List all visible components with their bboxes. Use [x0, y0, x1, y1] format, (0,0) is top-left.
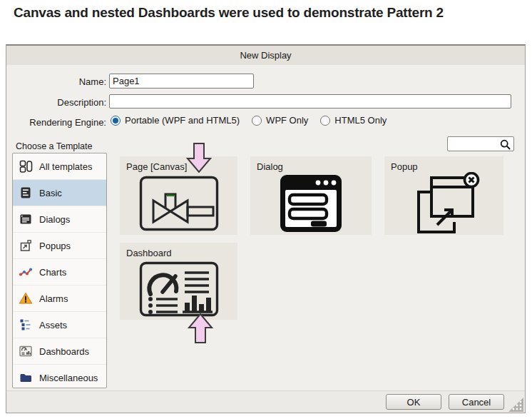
- choose-template-label: Choose a Template: [16, 141, 92, 151]
- popups-window-icon: [19, 238, 33, 253]
- screenshot-stage: Canvas and nested Dashboards were used t…: [0, 0, 532, 419]
- radio-label: Portable (WPF and HTML5): [125, 115, 240, 126]
- popup-window-icon: [409, 172, 480, 235]
- charts-line-icon: [19, 265, 33, 279]
- radio-unselected-icon: [252, 116, 262, 126]
- pink-down-arrow-annotation: [186, 143, 212, 173]
- search-icon: [499, 138, 511, 151]
- sidebar-item-label: Assets: [39, 320, 67, 330]
- cancel-button[interactable]: Cancel: [449, 394, 504, 410]
- dialog-window-icon: [278, 173, 344, 233]
- rendering-engine-radiogroup: Portable (WPF and HTML5) WPF Only HTML5 …: [111, 115, 387, 126]
- page-title: Canvas and nested Dashboards were used t…: [14, 5, 444, 21]
- sidebar-item-popups[interactable]: Popups: [13, 233, 106, 259]
- sidebar-item-dialogs[interactable]: Dialogs: [13, 206, 106, 233]
- sidebar-item-all-templates[interactable]: All templates: [13, 153, 106, 180]
- sidebar-item-basic[interactable]: Basic: [13, 180, 106, 206]
- radio-wpf-only[interactable]: WPF Only: [252, 115, 308, 126]
- sidebar-item-miscellaneous[interactable]: Miscellaneous: [13, 365, 106, 388]
- name-label: Name:: [6, 76, 106, 87]
- sidebar-item-charts[interactable]: Charts: [13, 259, 106, 286]
- tile-label: Dialog: [257, 161, 283, 172]
- sidebar-item-label: Dialogs: [39, 214, 70, 225]
- radio-selected-icon: [111, 116, 121, 126]
- template-tile-page-canvas[interactable]: Page [Canvas]: [120, 156, 237, 235]
- basic-document-icon: [19, 186, 33, 200]
- name-input[interactable]: [109, 74, 254, 89]
- tile-label: Page [Canvas]: [126, 161, 187, 172]
- alarm-warning-icon: [19, 291, 33, 306]
- radio-portable[interactable]: Portable (WPF and HTML5): [111, 115, 240, 126]
- radio-label: WPF Only: [266, 115, 308, 126]
- folder-icon: [19, 370, 33, 385]
- sidebar-item-label: Alarms: [39, 293, 68, 304]
- tile-label: Popup: [391, 161, 418, 172]
- dialogs-window-icon: [19, 212, 33, 226]
- sidebar-item-label: Charts: [39, 267, 66, 278]
- template-search-input[interactable]: [450, 138, 503, 151]
- radio-html5-only[interactable]: HTML5 Only: [320, 115, 387, 126]
- sidebar-item-label: All templates: [39, 161, 92, 172]
- template-tile-popup[interactable]: Popup: [384, 156, 503, 235]
- all-templates-icon: [19, 159, 33, 173]
- dialog-footer: OK Cancel: [6, 390, 525, 413]
- resize-grip-icon[interactable]: [506, 398, 523, 412]
- sidebar-item-assets[interactable]: Assets: [13, 312, 106, 338]
- description-input[interactable]: [109, 94, 511, 108]
- dashboard-gauge-icon: [139, 261, 219, 317]
- radio-unselected-icon: [320, 116, 330, 126]
- rendering-engine-label: Rendering Engine:: [6, 117, 106, 128]
- page-canvas-valve-icon: [139, 176, 219, 231]
- dashboards-mini-icon: [19, 344, 33, 358]
- sidebar-item-label: Basic: [39, 188, 62, 198]
- dialog-title-bar[interactable]: New Display: [6, 46, 525, 65]
- ok-button[interactable]: OK: [386, 394, 441, 410]
- template-category-list: All templates Basic: [12, 153, 107, 388]
- template-tile-dashboard[interactable]: Dashboard: [120, 243, 237, 320]
- new-display-dialog: New Display Name: Description: Rendering…: [6, 44, 526, 413]
- sidebar-item-alarms[interactable]: Alarms: [13, 286, 106, 312]
- pink-up-arrow-annotation: [188, 313, 213, 343]
- template-tile-dialog[interactable]: Dialog: [250, 156, 372, 235]
- radio-label: HTML5 Only: [334, 115, 387, 126]
- template-search-box: [447, 136, 514, 151]
- sidebar-item-label: Miscellaneous: [39, 373, 98, 383]
- sidebar-item-dashboards[interactable]: Dashboards: [13, 338, 106, 365]
- sidebar-item-label: Popups: [39, 241, 71, 251]
- assets-tree-icon: [19, 318, 33, 332]
- description-label: Description:: [6, 97, 106, 108]
- sidebar-item-label: Dashboards: [39, 346, 89, 357]
- tile-label: Dashboard: [126, 248, 172, 258]
